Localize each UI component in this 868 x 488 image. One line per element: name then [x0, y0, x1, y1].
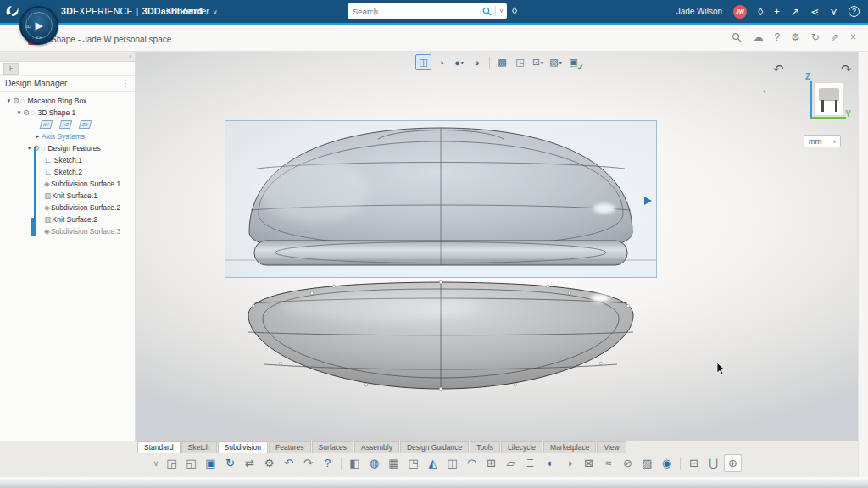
tab-tools[interactable]: Tools	[470, 441, 500, 453]
whats-new-tag-icon[interactable]: ◊	[758, 7, 763, 17]
tab-standard[interactable]: Standard	[137, 441, 181, 453]
settings-gear-icon[interactable]: ⚙	[260, 454, 278, 472]
compass-play-icon[interactable]: ▶	[35, 20, 42, 30]
help-icon[interactable]: ?	[774, 32, 780, 42]
rotate-view-left-icon[interactable]: ↶	[773, 62, 784, 77]
validate-button[interactable]: ▣✓	[565, 54, 581, 70]
pin-plane-icon[interactable]: ◭	[424, 454, 442, 472]
surface-patch-icon[interactable]: ◧	[346, 454, 364, 472]
xy-plane-icon[interactable]: XY	[40, 120, 53, 129]
share-pin-icon[interactable]: ⇗	[831, 32, 839, 42]
undo-icon[interactable]: ↶	[280, 454, 298, 472]
tab-view[interactable]: View	[597, 441, 626, 453]
units-dropdown[interactable]: mm ▾	[804, 135, 841, 147]
tree-item-design-features[interactable]: ▾ ⚙ ◌ Design Features	[0, 142, 135, 154]
collapsed-arrow-icon[interactable]: ▸	[34, 133, 42, 140]
expand-arrow-icon[interactable]: ▾	[5, 97, 13, 104]
selection-marquee-button[interactable]: ⊡▾	[530, 54, 546, 70]
3dexperience-compass[interactable]: ▶ 3D V.R	[19, 6, 58, 45]
plane-align-button[interactable]: ◳	[512, 54, 528, 70]
expand-arrow-icon[interactable]: ▾	[15, 109, 23, 116]
import-export-icon[interactable]: ⇄	[241, 454, 259, 472]
subdivision-sphere-icon[interactable]: ◍	[365, 454, 383, 472]
redo-icon[interactable]: ↷	[299, 454, 317, 472]
zx-plane-icon[interactable]: ZX	[79, 120, 92, 129]
swym-icon[interactable]: ⋎	[830, 7, 837, 17]
previous-view-icon[interactable]: ‹	[763, 86, 766, 96]
tree-item-subdivision-surface-2[interactable]: ◈ Subdivision Surface.2	[0, 202, 135, 214]
tab-lifecycle[interactable]: Lifecycle	[501, 441, 542, 453]
help-icon[interactable]: ?	[849, 6, 860, 17]
sweep-surface-icon[interactable]: ◖	[541, 454, 559, 472]
tree-view-button[interactable]: ⊦	[3, 63, 19, 75]
tree-item-axis-systems[interactable]: ▸ Axis Systems	[0, 130, 135, 142]
refresh-sync-icon[interactable]: ↻	[221, 454, 239, 472]
tab-marketplace[interactable]: Marketplace	[543, 441, 596, 453]
tree-item-knit-surface-2[interactable]: ▥ Knit Surface.2	[0, 214, 135, 225]
split-sphere-icon[interactable]: ◑	[560, 454, 578, 472]
yz-plane-icon[interactable]: YZ	[59, 120, 72, 129]
user-avatar[interactable]: JW	[733, 5, 747, 19]
work-object-handle[interactable]	[31, 218, 36, 236]
tab-features[interactable]: Features	[269, 441, 311, 453]
open-design-icon[interactable]: ◱	[182, 454, 200, 472]
search-icon[interactable]	[482, 7, 492, 16]
tab-assembly[interactable]: Assembly	[354, 441, 399, 453]
tree-item-subdivision-surface-3[interactable]: ◈ Subdivision Surface.3	[0, 225, 135, 237]
primitive-box-icon[interactable]: ◫	[443, 454, 461, 472]
tree-item-sketch-2[interactable]: ∟ Sketch.2	[0, 166, 135, 178]
panel-collapse-strip[interactable]: ‹	[0, 52, 135, 62]
collapse-chevron-icon[interactable]: ‹	[129, 53, 131, 60]
selection-manipulator-arrow-icon[interactable]	[644, 197, 652, 205]
search-input[interactable]	[351, 6, 482, 17]
add-content-icon[interactable]: +	[774, 7, 780, 17]
subdivision-box-icon[interactable]: ▦	[385, 454, 403, 472]
settings-gear-icon[interactable]: ⚙	[791, 32, 800, 42]
refresh-icon[interactable]: ↻	[811, 32, 820, 42]
shading-mode-button[interactable]: ◔	[433, 54, 449, 70]
display-style-button[interactable]: ●▾	[451, 54, 467, 70]
tree-item-knit-surface-1[interactable]: ▥ Knit Surface.1	[0, 190, 135, 202]
tree-item-subdivision-surface-1[interactable]: ◈ Subdivision Surface.1	[0, 178, 135, 190]
cloud-icon[interactable]: ☁	[753, 32, 763, 42]
loft-icon[interactable]: ⋃	[704, 454, 722, 472]
multi-section-icon[interactable]: Ξ	[521, 454, 539, 472]
tree-item-3d-shape[interactable]: ▾ ⚙ ◌ 3D Shape 1	[0, 107, 135, 119]
export-design-icon[interactable]: ◲	[163, 454, 181, 472]
frame-surface-icon[interactable]: ⊞	[482, 454, 500, 472]
tree-item-product[interactable]: ▾ ⚙ ◌ Macaron Ring Box	[0, 95, 135, 107]
delete-face-icon[interactable]: ⊠	[580, 454, 598, 472]
share-icon[interactable]: ↗	[791, 7, 799, 17]
shell-icon[interactable]: ⊟	[685, 454, 703, 472]
examine-mode-button[interactable]: ◕	[469, 54, 485, 70]
trim-surface-icon[interactable]: ⊘	[619, 454, 637, 472]
extract-surface-icon[interactable]: ◳	[404, 454, 422, 472]
search-options-chevron-icon[interactable]: ∨	[499, 8, 504, 14]
search-icon[interactable]	[732, 32, 742, 42]
knit-display-tool-button[interactable]: ◫	[415, 54, 431, 70]
tab-subdivision[interactable]: Subdivision	[218, 441, 268, 453]
tab-sketch[interactable]: Sketch	[181, 441, 217, 453]
orientation-widget[interactable]: Z Y	[795, 72, 851, 126]
user-name[interactable]: Jade Wilson	[676, 7, 722, 16]
tree-item-sketch-1[interactable]: ∟ Sketch.1	[0, 154, 135, 166]
combine-shapes-icon[interactable]: ◉	[658, 454, 676, 472]
tab-design-guidance[interactable]: Design Guidance	[400, 441, 469, 453]
mesh-sphere-icon[interactable]: ⊕	[724, 454, 742, 472]
offset-surface-icon[interactable]: ▨	[638, 454, 656, 472]
close-icon[interactable]: ×	[850, 32, 856, 42]
expand-arrow-icon[interactable]: ▾	[25, 145, 33, 152]
view-cube-button[interactable]: ▧▾	[548, 54, 564, 70]
tag-icon[interactable]: ◊	[512, 5, 517, 17]
selection-bounding-box[interactable]	[225, 120, 657, 278]
help-icon[interactable]: ?	[319, 454, 337, 472]
3ds-logo-icon[interactable]	[4, 3, 21, 19]
planar-surface-icon[interactable]: ▱	[502, 454, 520, 472]
spine-curve-icon[interactable]: ≈	[599, 454, 617, 472]
app-switcher-menu[interactable]: 3D Render∨	[166, 6, 218, 16]
toolbar-collapse-chevron-icon[interactable]: ∨	[151, 454, 161, 472]
render-style-button[interactable]: ▩	[494, 54, 510, 70]
bend-surface-icon[interactable]: ◠	[463, 454, 481, 472]
global-search[interactable]: ∨	[348, 3, 507, 19]
panel-menu-icon[interactable]: ⋮	[121, 79, 130, 88]
